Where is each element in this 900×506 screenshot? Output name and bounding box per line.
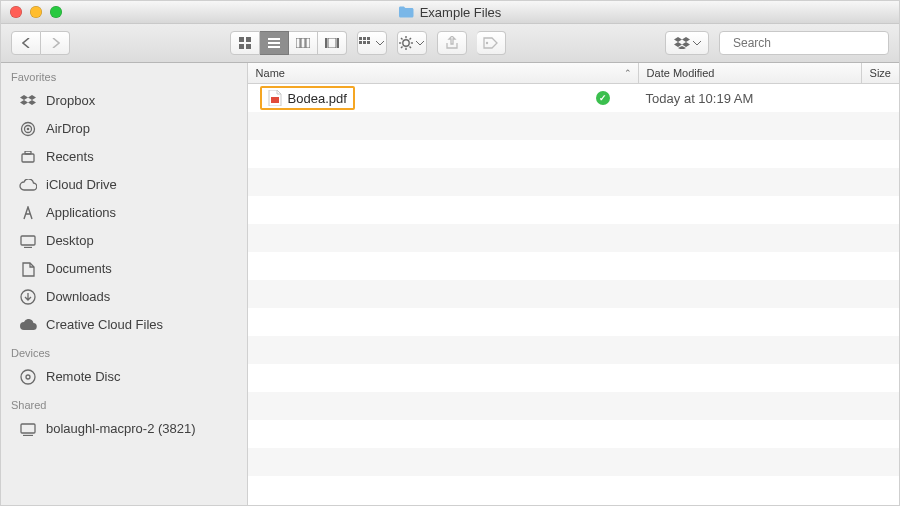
sidebar-item-applications[interactable]: Applications xyxy=(1,199,247,227)
sidebar-section-devices: Devices xyxy=(1,339,247,363)
svg-rect-8 xyxy=(301,38,305,48)
sidebar-item-label: bolaughl-macpro-2 (3821) xyxy=(46,419,196,439)
gallery-icon xyxy=(325,38,339,48)
sidebar-item-desktop[interactable]: Desktop xyxy=(1,227,247,255)
search-field[interactable] xyxy=(719,31,889,55)
column-headers: Name ⌃ Date Modified Size xyxy=(248,63,899,84)
view-icons-button[interactable] xyxy=(230,31,260,55)
file-list-pane: Name ⌃ Date Modified Size Bodea.pdf xyxy=(248,63,899,506)
back-button[interactable] xyxy=(11,31,41,55)
document-icon xyxy=(19,262,37,277)
empty-row xyxy=(248,420,899,448)
sidebar-item-recents[interactable]: Recents xyxy=(1,143,247,171)
empty-row xyxy=(248,168,899,196)
sidebar-item-remote-disc[interactable]: Remote Disc xyxy=(1,363,247,391)
sidebar-item-dropbox[interactable]: Dropbox xyxy=(1,87,247,115)
empty-row xyxy=(248,476,899,504)
window-title-text: Example Files xyxy=(420,5,502,20)
finder-window: Example Files xyxy=(0,0,900,506)
fullscreen-button[interactable] xyxy=(50,6,62,18)
file-row[interactable]: Bodea.pdf ✓ Today at 10:19 AM xyxy=(248,84,899,112)
minimize-button[interactable] xyxy=(30,6,42,18)
svg-rect-14 xyxy=(363,37,366,40)
sidebar-item-downloads[interactable]: Downloads xyxy=(1,283,247,311)
search-input[interactable] xyxy=(731,35,885,51)
sidebar: Favorites Dropbox AirDrop Recents iCloud… xyxy=(1,63,248,506)
forward-button[interactable] xyxy=(41,31,70,55)
sidebar-item-label: Documents xyxy=(46,259,112,279)
chevron-down-icon xyxy=(416,41,424,46)
empty-row xyxy=(248,336,899,364)
view-gallery-button[interactable] xyxy=(318,31,347,55)
view-list-button[interactable] xyxy=(260,31,289,55)
share-icon xyxy=(446,36,458,50)
sidebar-section-shared: Shared xyxy=(1,391,247,415)
highlighted-file: Bodea.pdf xyxy=(260,86,355,110)
svg-rect-17 xyxy=(363,41,366,44)
nav-buttons xyxy=(11,31,70,55)
column-size[interactable]: Size xyxy=(862,63,899,83)
arrange-button[interactable] xyxy=(357,31,387,55)
column-name[interactable]: Name ⌃ xyxy=(248,63,639,83)
sort-indicator-icon: ⌃ xyxy=(624,68,632,78)
apps-icon xyxy=(19,206,37,220)
dropbox-toolbar-button[interactable] xyxy=(665,31,709,55)
svg-rect-0 xyxy=(239,37,244,42)
list-icon xyxy=(268,38,280,48)
sidebar-item-label: Dropbox xyxy=(46,91,95,111)
tags-button[interactable] xyxy=(477,31,506,55)
sidebar-item-label: AirDrop xyxy=(46,119,90,139)
column-size-label: Size xyxy=(870,67,891,79)
view-columns-button[interactable] xyxy=(289,31,318,55)
svg-point-39 xyxy=(21,370,35,384)
empty-row xyxy=(248,140,899,168)
empty-row xyxy=(248,112,899,140)
sidebar-item-label: Desktop xyxy=(46,231,94,251)
svg-point-33 xyxy=(27,128,30,131)
sidebar-item-icloud[interactable]: iCloud Drive xyxy=(1,171,247,199)
desktop-icon xyxy=(19,235,37,248)
dropbox-icon xyxy=(674,37,690,49)
svg-line-25 xyxy=(410,47,412,49)
svg-rect-12 xyxy=(337,38,339,48)
svg-point-40 xyxy=(26,375,30,379)
column-date[interactable]: Date Modified xyxy=(639,63,862,83)
close-button[interactable] xyxy=(10,6,22,18)
pdf-file-icon xyxy=(268,90,282,106)
view-mode-buttons xyxy=(230,31,347,55)
computer-icon xyxy=(19,423,37,436)
sidebar-item-airdrop[interactable]: AirDrop xyxy=(1,115,247,143)
svg-rect-13 xyxy=(359,37,362,40)
svg-rect-18 xyxy=(367,41,370,44)
sidebar-section-favorites: Favorites xyxy=(1,63,247,87)
sidebar-item-label: Creative Cloud Files xyxy=(46,315,163,335)
share-button[interactable] xyxy=(437,31,467,55)
titlebar: Example Files xyxy=(1,1,899,24)
svg-rect-7 xyxy=(296,38,300,48)
chevron-down-icon xyxy=(693,41,701,46)
columns-icon xyxy=(296,38,310,48)
sidebar-item-creative-cloud[interactable]: Creative Cloud Files xyxy=(1,311,247,339)
recents-icon xyxy=(19,151,37,164)
svg-line-24 xyxy=(401,38,403,40)
empty-row xyxy=(248,448,899,476)
sidebar-item-documents[interactable]: Documents xyxy=(1,255,247,283)
chevron-right-icon xyxy=(51,38,60,48)
svg-rect-5 xyxy=(268,42,280,44)
svg-rect-4 xyxy=(268,38,280,40)
svg-rect-36 xyxy=(21,236,35,245)
folder-icon xyxy=(399,6,414,18)
grid-icon xyxy=(239,37,251,49)
empty-row xyxy=(248,364,899,392)
sidebar-item-label: Recents xyxy=(46,147,94,167)
file-name: Bodea.pdf xyxy=(288,91,347,106)
svg-point-19 xyxy=(403,40,409,46)
sidebar-item-shared-computer[interactable]: bolaughl-macpro-2 (3821) xyxy=(1,415,247,443)
sync-status-icon: ✓ xyxy=(596,91,610,105)
window-title: Example Files xyxy=(1,5,899,20)
action-button[interactable] xyxy=(397,31,427,55)
empty-row xyxy=(248,224,899,252)
svg-rect-2 xyxy=(239,44,244,49)
svg-rect-15 xyxy=(367,37,370,40)
tag-icon xyxy=(483,37,499,49)
